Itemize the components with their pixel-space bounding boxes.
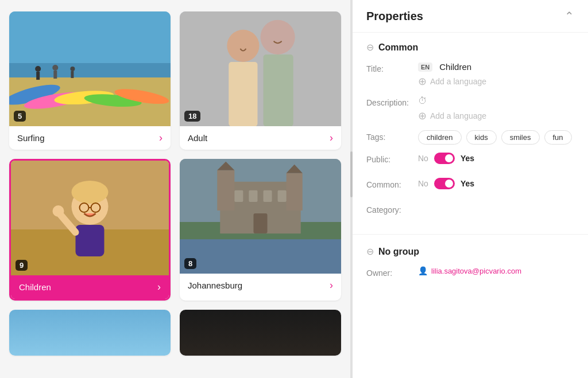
section-common-header: ⊖ Common — [366, 42, 574, 53]
scroll-handle[interactable] — [350, 151, 353, 197]
property-value-description: ⏱ ⊕ Add a language — [418, 96, 574, 122]
common-no-label: No — [418, 179, 428, 188]
gallery-item-surfing[interactable]: 5 Surfing › — [9, 11, 171, 150]
chevron-right-adult: › — [330, 132, 333, 144]
svg-rect-40 — [278, 190, 287, 202]
gallery-item-footer-adult: Adult › — [180, 126, 341, 150]
person-icon: 👤 — [418, 266, 428, 275]
gallery-item-johannesburg[interactable]: 8 Johannesburg › — [180, 159, 341, 301]
section-no-group: ⊖ No group Owner: 👤 lilia.sagitova@picva… — [353, 237, 588, 295]
lang-badge-en: EN — [418, 63, 432, 72]
property-label-public: Public: — [366, 153, 418, 164]
count-badge-adult: 18 — [184, 111, 200, 122]
gallery-item-children[interactable]: 9 Children › — [9, 159, 171, 301]
gallery-item-footer-children: Children › — [11, 275, 169, 299]
item-label-surfing: Surfing — [17, 133, 45, 143]
svg-point-8 — [35, 66, 41, 72]
property-value-common: No Yes — [418, 178, 574, 195]
gallery-item-image-children: 9 — [11, 161, 169, 275]
add-language-row-title[interactable]: ⊕ Add a language — [418, 75, 574, 88]
gallery-item-image-adult: 18 — [180, 11, 341, 126]
tag-smiles[interactable]: smiles — [501, 130, 540, 145]
public-no-label: No — [418, 154, 428, 163]
svg-rect-33 — [217, 170, 234, 211]
collapse-icon[interactable]: ⌃ — [564, 9, 574, 23]
property-row-description: Description: ⏱ ⊕ Add a language — [366, 96, 574, 122]
property-value-tags: children kids smiles fun — [418, 130, 574, 145]
svg-rect-38 — [249, 190, 257, 202]
property-label-owner: Owner: — [366, 266, 418, 278]
property-row-tags: Tags: children kids smiles fun — [366, 130, 574, 145]
property-row-public: Public: No Yes — [366, 153, 574, 170]
svg-point-10 — [52, 65, 58, 71]
section-no-group-header: ⊖ No group — [366, 246, 574, 257]
chevron-right-johannesburg: › — [330, 279, 333, 291]
properties-header: Properties ⌃ — [353, 0, 588, 33]
property-row-common: Common: No Yes — [366, 178, 574, 195]
common-yes-label: Yes — [461, 179, 474, 188]
scrollbar[interactable] — [350, 0, 353, 378]
item-label-adult: Adult — [188, 133, 207, 143]
property-value-title: EN Children ⊕ Add a language — [418, 62, 574, 88]
property-value-public: No Yes — [418, 153, 574, 170]
property-row-category: Category: — [366, 203, 574, 215]
common-toggle[interactable] — [434, 178, 455, 189]
owner-value-container: 👤 lilia.sagitova@picvario.com — [418, 266, 574, 275]
gallery-item-image-bottom1 — [9, 310, 171, 356]
count-badge-children: 9 — [16, 260, 28, 271]
svg-rect-9 — [36, 72, 40, 80]
gallery-item-bottom2[interactable] — [180, 310, 341, 356]
section-divider — [353, 234, 588, 235]
property-row-owner: Owner: 👤 lilia.sagitova@picvario.com — [366, 266, 574, 278]
property-label-tags: Tags: — [366, 130, 418, 142]
properties-title: Properties — [366, 10, 423, 23]
property-row-title: Title: EN Children ⊕ Add a language — [366, 62, 574, 88]
public-yes-label: Yes — [461, 154, 474, 163]
properties-panel: Properties ⌃ ⊖ Common Title: EN Children… — [353, 0, 588, 378]
svg-rect-41 — [253, 213, 267, 233]
add-language-row-desc[interactable]: ⊕ Add a language — [418, 110, 574, 122]
clock-icon: ⏱ — [418, 96, 427, 106]
svg-rect-39 — [264, 190, 272, 202]
property-value-owner: 👤 lilia.sagitova@picvario.com — [418, 266, 574, 275]
gallery-item-adult[interactable]: 18 Adult › — [180, 11, 341, 150]
owner-email: lilia.sagitova@picvario.com — [431, 267, 521, 275]
svg-point-28 — [53, 205, 64, 217]
svg-rect-30 — [180, 233, 341, 274]
property-label-title: Title: — [366, 62, 418, 73]
count-badge-johannesburg: 8 — [184, 258, 196, 269]
gallery-item-bottom1[interactable] — [9, 310, 171, 356]
add-language-desc-label: Add a language — [430, 111, 486, 120]
toggle-row-common: No Yes — [418, 178, 574, 189]
svg-rect-26 — [76, 225, 105, 256]
svg-point-17 — [261, 20, 295, 54]
minus-circle-icon: ⊖ — [366, 42, 374, 53]
gallery-panel: 5 Surfing › — [0, 0, 350, 378]
tag-fun[interactable]: fun — [544, 130, 572, 145]
tag-children[interactable]: children — [418, 130, 462, 145]
add-language-label: Add a language — [430, 77, 486, 86]
count-badge-surfing: 5 — [14, 111, 26, 122]
svg-rect-37 — [234, 190, 243, 202]
gallery-grid: 5 Surfing › — [9, 11, 341, 356]
svg-rect-16 — [229, 62, 257, 126]
item-label-johannesburg: Johannesburg — [188, 280, 242, 290]
chevron-right-children: › — [157, 281, 161, 293]
tag-kids[interactable]: kids — [466, 130, 497, 145]
svg-rect-18 — [264, 54, 293, 126]
gallery-item-footer-johannesburg: Johannesburg › — [180, 274, 341, 297]
gallery-item-image-bottom2 — [180, 310, 341, 356]
add-language-desc-icon: ⊕ — [418, 110, 427, 122]
public-toggle[interactable] — [434, 153, 455, 164]
svg-rect-35 — [287, 173, 303, 211]
gallery-item-image-surfing: 5 — [9, 11, 171, 126]
property-label-common: Common: — [366, 178, 418, 189]
gallery-item-image-johannesburg: 8 — [180, 159, 341, 274]
title-value[interactable]: Children — [439, 62, 471, 72]
chevron-right-surfing: › — [159, 132, 163, 144]
item-label-children: Children — [19, 282, 51, 292]
section-common-title: Common — [378, 42, 418, 53]
minus-circle-group-icon: ⊖ — [366, 246, 374, 257]
toggle-row-public: No Yes — [418, 153, 574, 164]
svg-point-12 — [70, 67, 75, 71]
